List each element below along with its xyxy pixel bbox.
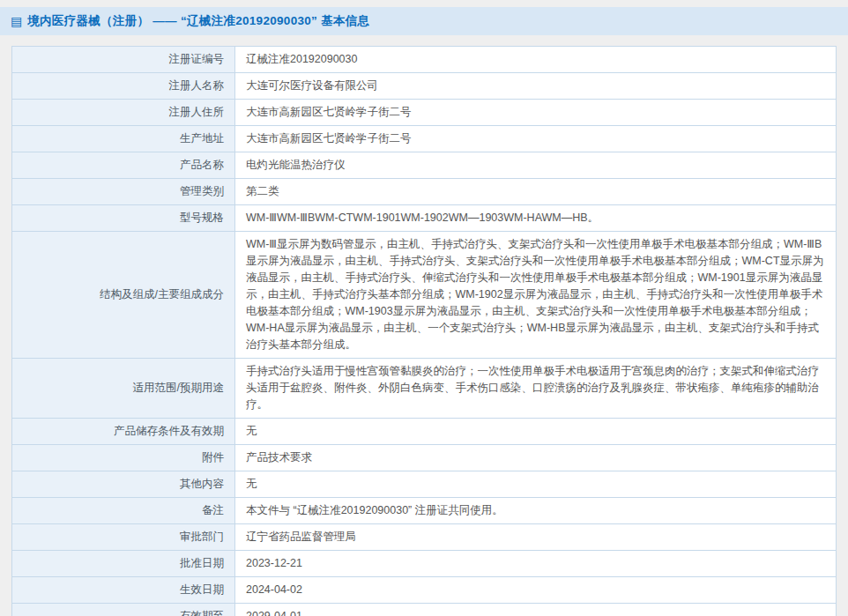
row-label-text: 附件: [202, 449, 224, 466]
row-label: 审批部门: [12, 524, 235, 550]
row-label: 备注: [12, 498, 235, 523]
table-row: 其他内容 无: [12, 471, 836, 498]
row-value: 2023-12-21: [235, 551, 836, 576]
row-label-text: 适用范围/预期用途: [133, 380, 224, 397]
row-value: 手持式治疗头适用于慢性宫颈管黏膜炎的治疗；一次性使用单极手术电极适用于宫颈息肉的…: [235, 359, 836, 418]
row-label: 批准日期: [12, 551, 235, 576]
table-row: 产品名称 电灼光能温热治疗仪: [12, 152, 836, 179]
row-label-text: 生产地址: [180, 130, 224, 147]
row-label-text: 产品名称: [180, 157, 224, 174]
row-value: WM-ⅢWM-ⅢBWM-CTWM-1901WM-1902WM—1903WM-HA…: [235, 205, 836, 231]
row-label: 生效日期: [12, 577, 235, 603]
table-row: 附件 产品技术要求: [12, 445, 836, 471]
row-value: 产品技术要求: [235, 445, 836, 471]
row-label: 有效期至: [12, 604, 235, 616]
table-row: 审批部门 辽宁省药品监督管理局: [12, 524, 836, 551]
row-value: 辽宁省药品监督管理局: [235, 524, 836, 550]
row-label: 注册人名称: [12, 73, 235, 99]
table-row: 型号规格 WM-ⅢWM-ⅢBWM-CTWM-1901WM-1902WM—1903…: [12, 205, 836, 232]
row-label-text: 注册人住所: [169, 104, 225, 121]
row-value: 大连市高新园区七贤岭学子街二号: [235, 100, 836, 125]
row-label: 产品名称: [12, 152, 235, 178]
row-value: 2024-04-02: [235, 577, 836, 603]
document-icon: ▤: [11, 15, 22, 27]
row-label: 产品储存条件及有效期: [12, 419, 235, 444]
row-label-text: 批准日期: [180, 555, 224, 572]
row-label: 适用范围/预期用途: [12, 359, 235, 418]
page: ▤ 境内医疗器械（注册） —— “辽械注准20192090030” 基本信息 注…: [0, 7, 848, 616]
row-label-text: 管理类别: [180, 183, 224, 200]
table-row: 生效日期 2024-04-02: [12, 577, 836, 604]
row-value: 辽械注准20192090030: [235, 47, 836, 72]
row-value: 第二类: [235, 179, 836, 204]
row-label-text: 备注: [202, 502, 224, 519]
row-label: 附件: [12, 445, 235, 471]
panel-header: ▤ 境内医疗器械（注册） —— “辽械注准20192090030” 基本信息: [0, 7, 848, 35]
row-label-text: 其他内容: [180, 476, 224, 493]
row-label: 型号规格: [12, 205, 235, 231]
table-row: 适用范围/预期用途 手持式治疗头适用于慢性宫颈管黏膜炎的治疗；一次性使用单极手术…: [12, 359, 836, 419]
row-label-text: 审批部门: [180, 529, 224, 545]
row-label-text: 注册人名称: [169, 78, 225, 94]
row-value: WM-Ⅲ显示屏为数码管显示，由主机、手持式治疗头、支架式治疗头和一次性使用单极手…: [235, 232, 836, 358]
row-label-text: 型号规格: [180, 210, 224, 226]
row-value: 电灼光能温热治疗仪: [235, 152, 836, 178]
table-row: 注册人住所 大连市高新园区七贤岭学子街二号: [12, 100, 836, 126]
row-label: 其他内容: [12, 471, 235, 497]
table-row: 备注 本文件与 “辽械注准20192090030” 注册证共同使用。: [12, 498, 836, 524]
row-label: 注册证编号: [12, 47, 235, 72]
table-row: 注册人名称 大连可尔医疗设备有限公司: [12, 73, 836, 100]
table-row: 注册证编号 辽械注准20192090030: [12, 47, 836, 73]
row-value: 2029-04-01: [235, 604, 836, 616]
row-label-text: 产品储存条件及有效期: [114, 423, 224, 440]
table-row: 批准日期 2023-12-21: [12, 551, 836, 577]
page-title: 境内医疗器械（注册） —— “辽械注准20192090030” 基本信息: [27, 13, 369, 29]
table-row: 生产地址 大连市高新园区七贤岭学子街二号: [12, 126, 836, 152]
row-label-text: 有效期至: [180, 608, 224, 616]
row-value: 大连可尔医疗设备有限公司: [235, 73, 836, 99]
row-label: 结构及组成/主要组成成分: [12, 232, 235, 358]
row-label: 管理类别: [12, 179, 235, 204]
row-label: 生产地址: [12, 126, 235, 152]
row-label-text: 注册证编号: [169, 51, 225, 68]
table-row: 结构及组成/主要组成成分 WM-Ⅲ显示屏为数码管显示，由主机、手持式治疗头、支架…: [12, 232, 836, 359]
row-value: 无: [235, 419, 836, 444]
table-row: 管理类别 第二类: [12, 179, 836, 205]
row-label-text: 生效日期: [180, 582, 224, 598]
row-value: 无: [235, 471, 836, 497]
table-row: 有效期至 2029-04-01: [12, 604, 836, 616]
table-row: 产品储存条件及有效期 无: [12, 419, 836, 445]
row-label: 注册人住所: [12, 100, 235, 125]
row-label-text: 结构及组成/主要组成成分: [100, 286, 224, 303]
info-table: 注册证编号 辽械注准20192090030 注册人名称 大连可尔医疗设备有限公司…: [11, 46, 837, 616]
row-value: 大连市高新园区七贤岭学子街二号: [235, 126, 836, 152]
row-value: 本文件与 “辽械注准20192090030” 注册证共同使用。: [235, 498, 836, 523]
